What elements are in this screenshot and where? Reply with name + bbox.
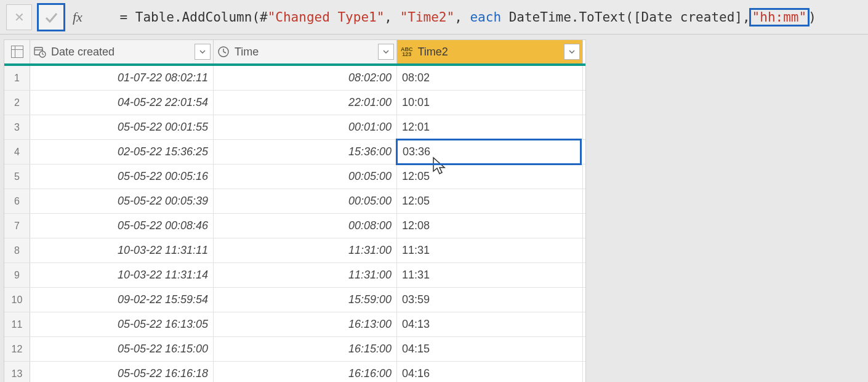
cell-time[interactable]: 00:05:00 bbox=[214, 189, 397, 213]
column-label: Time bbox=[235, 46, 259, 59]
row-number[interactable]: 11 bbox=[4, 312, 30, 336]
cell-time2[interactable]: 12:08 bbox=[397, 214, 583, 238]
cell-time2[interactable]: 10:01 bbox=[397, 91, 583, 115]
formula-highlight: "hh:mm" bbox=[749, 8, 810, 26]
column-header-time[interactable]: Time bbox=[214, 40, 397, 63]
cell-date-created[interactable]: 05-05-22 00:01:55 bbox=[30, 115, 214, 139]
table-row: 1105-05-22 16:13:0516:13:0004:13 bbox=[4, 312, 585, 337]
123-label: 123 bbox=[402, 52, 411, 57]
cell-time2[interactable]: 11:31 bbox=[397, 238, 583, 262]
cell-time[interactable]: 00:08:00 bbox=[214, 214, 397, 238]
table-row: 810-03-22 11:31:1111:31:0011:31 bbox=[4, 238, 585, 263]
cell-time[interactable]: 11:31:00 bbox=[214, 263, 397, 287]
cell-date-created[interactable]: 05-05-22 16:15:00 bbox=[30, 337, 214, 361]
row-number[interactable]: 2 bbox=[4, 91, 30, 115]
cell-date-created[interactable]: 02-05-22 15:36:25 bbox=[30, 140, 214, 164]
formula-bar: ✕ fx = Table.AddColumn(#"Changed Type1",… bbox=[0, 0, 868, 35]
formula-str1: "Changed Type1" bbox=[268, 10, 385, 25]
row-number[interactable]: 1 bbox=[4, 66, 30, 90]
cell-date-created[interactable]: 05-05-22 16:16:18 bbox=[30, 362, 214, 382]
cell-time[interactable]: 16:15:00 bbox=[214, 337, 397, 361]
cell-time[interactable]: 00:05:00 bbox=[214, 165, 397, 189]
cell-time2[interactable]: 12:05 bbox=[397, 189, 583, 213]
column-label: Time2 bbox=[418, 46, 448, 59]
datetime-icon bbox=[34, 46, 46, 58]
row-number[interactable]: 4 bbox=[4, 140, 30, 164]
row-number[interactable]: 5 bbox=[4, 165, 30, 189]
table-row: 204-05-22 22:01:5422:01:0010:01 bbox=[4, 91, 585, 115]
table-row: 705-05-22 00:08:4600:08:0012:08 bbox=[4, 214, 585, 238]
row-number[interactable]: 7 bbox=[4, 214, 30, 238]
cell-time2[interactable]: 04:16 bbox=[397, 362, 583, 382]
svg-line-7 bbox=[223, 52, 226, 53]
row-number[interactable]: 13 bbox=[4, 362, 30, 382]
cell-time2[interactable]: 04:13 bbox=[397, 312, 583, 336]
cell-time[interactable]: 15:59:00 bbox=[214, 288, 397, 312]
formula-suffix: ) bbox=[808, 10, 816, 25]
cell-time[interactable]: 00:01:00 bbox=[214, 115, 397, 139]
clock-icon bbox=[217, 46, 230, 58]
cell-date-created[interactable]: 05-05-22 16:13:05 bbox=[30, 312, 214, 336]
cell-time2[interactable]: 03:36 bbox=[396, 139, 582, 165]
cell-date-created[interactable]: 10-03-22 11:31:14 bbox=[30, 263, 214, 287]
cancel-button[interactable]: ✕ bbox=[6, 4, 32, 30]
fx-label: fx bbox=[73, 9, 82, 25]
row-number[interactable]: 9 bbox=[4, 263, 30, 287]
grid-corner[interactable] bbox=[4, 40, 30, 63]
confirm-button[interactable] bbox=[37, 3, 65, 31]
row-number[interactable]: 10 bbox=[4, 288, 30, 312]
data-grid: Date created Time ABC 123 Time2 101-07-2… bbox=[4, 39, 586, 382]
cell-date-created[interactable]: 01-07-22 08:02:11 bbox=[30, 66, 214, 90]
cell-time2[interactable]: 04:15 bbox=[397, 337, 583, 361]
table-row: 101-07-22 08:02:1108:02:0008:02 bbox=[4, 66, 585, 91]
cell-date-created[interactable]: 09-02-22 15:59:54 bbox=[30, 288, 214, 312]
column-filter-button[interactable] bbox=[195, 44, 211, 60]
chevron-down-icon bbox=[383, 49, 389, 55]
cell-time[interactable]: 22:01:00 bbox=[214, 91, 397, 115]
table-row: 910-03-22 11:31:1411:31:0011:31 bbox=[4, 263, 585, 288]
row-number[interactable]: 12 bbox=[4, 337, 30, 361]
cell-time2[interactable]: 08:02 bbox=[397, 66, 583, 90]
formula-text: = Table.AddColumn(# bbox=[119, 10, 267, 25]
table-row: 1205-05-22 16:15:0016:15:0004:15 bbox=[4, 337, 585, 362]
cell-time[interactable]: 15:36:00 bbox=[214, 140, 397, 164]
check-icon bbox=[44, 10, 58, 25]
cell-time[interactable]: 08:02:00 bbox=[214, 66, 397, 90]
column-header-time2[interactable]: ABC 123 Time2 bbox=[397, 40, 583, 63]
row-number[interactable]: 8 bbox=[4, 238, 30, 262]
formula-str2: "Time2" bbox=[400, 10, 455, 25]
formula-input[interactable]: = Table.AddColumn(#"Changed Type1", "Tim… bbox=[89, 0, 862, 39]
cell-date-created[interactable]: 05-05-22 00:05:39 bbox=[30, 189, 214, 213]
table-row: 1009-02-22 15:59:5415:59:0003:59 bbox=[4, 288, 585, 312]
cell-date-created[interactable]: 10-03-22 11:31:11 bbox=[30, 238, 214, 262]
chevron-down-icon bbox=[569, 49, 575, 55]
table-row: 505-05-22 00:05:1600:05:0012:05 bbox=[4, 165, 585, 189]
cell-time[interactable]: 16:16:00 bbox=[214, 362, 397, 382]
row-number[interactable]: 6 bbox=[4, 189, 30, 213]
formula-sep1: , bbox=[384, 10, 400, 25]
cell-time2[interactable]: 12:05 bbox=[397, 165, 583, 189]
formula-mid: DateTime.ToText([Date created], bbox=[501, 10, 750, 25]
cell-time2[interactable]: 12:01 bbox=[397, 115, 583, 139]
column-filter-button[interactable] bbox=[564, 44, 580, 60]
table-row: 1305-05-22 16:16:1816:16:0004:16 bbox=[4, 362, 585, 382]
cell-date-created[interactable]: 05-05-22 00:05:16 bbox=[30, 165, 214, 189]
cell-time[interactable]: 16:13:00 bbox=[214, 312, 397, 336]
column-header-date-created[interactable]: Date created bbox=[30, 40, 214, 63]
table-row: 402-05-22 15:36:2515:36:0003:36 bbox=[4, 140, 585, 165]
table-row: 605-05-22 00:05:3900:05:0012:05 bbox=[4, 189, 585, 214]
chevron-down-icon bbox=[199, 49, 206, 55]
column-label: Date created bbox=[51, 46, 115, 59]
formula-kw: each bbox=[470, 10, 501, 25]
formula-str3: "hh:mm" bbox=[752, 10, 807, 25]
column-filter-button[interactable] bbox=[378, 44, 394, 60]
cell-time[interactable]: 11:31:00 bbox=[214, 238, 397, 262]
cell-time2[interactable]: 03:59 bbox=[397, 288, 583, 312]
grid-body: 101-07-22 08:02:1108:02:0008:02204-05-22… bbox=[4, 66, 585, 382]
table-icon bbox=[11, 46, 23, 58]
cell-date-created[interactable]: 04-05-22 22:01:54 bbox=[30, 91, 214, 115]
row-number[interactable]: 3 bbox=[4, 115, 30, 139]
cell-date-created[interactable]: 05-05-22 00:08:46 bbox=[30, 214, 214, 238]
table-row: 305-05-22 00:01:5500:01:0012:01 bbox=[4, 115, 585, 140]
cell-time2[interactable]: 11:31 bbox=[397, 263, 583, 287]
